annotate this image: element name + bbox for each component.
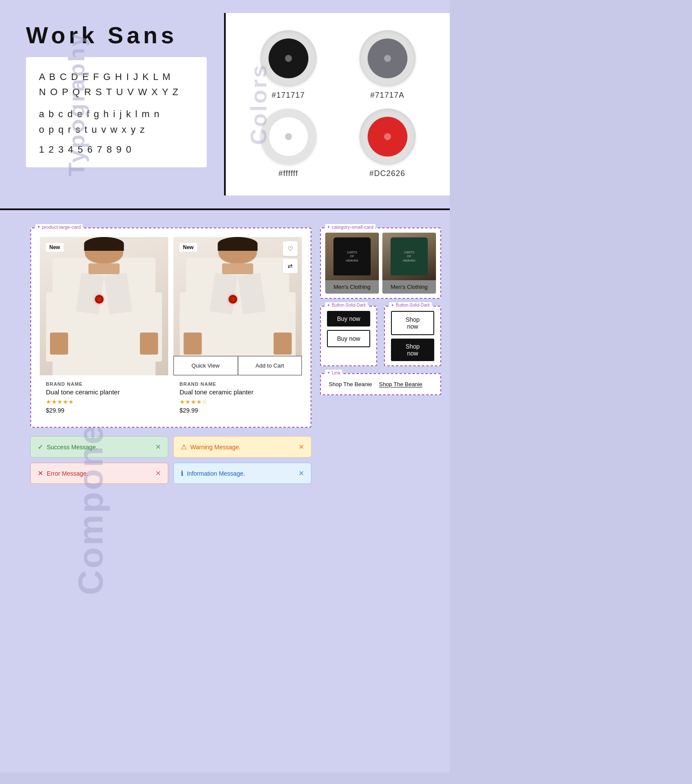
wishlist-button[interactable]: ♡ xyxy=(283,241,298,256)
product-card-tag: product-large-card xyxy=(35,224,83,230)
color-dot-black xyxy=(285,55,292,62)
card-info-2: BRAND NAME Dual tone ceramic planter ★★★… xyxy=(173,375,302,418)
alert-warning: ⚠ Warning Message. ✕ xyxy=(173,436,311,458)
price-1: $29.99 xyxy=(46,407,162,414)
alert-info-close[interactable]: ✕ xyxy=(298,469,304,477)
alert-info-left: ℹ Information Message. xyxy=(181,469,245,477)
error-icon: ✕ xyxy=(38,469,43,477)
category-card-tag: category-small-card xyxy=(325,224,375,230)
button-tag-1: Button-Solid-Dark xyxy=(325,302,368,308)
category-card-1[interactable]: CARTSOFHEAVEN Men's Clothing xyxy=(325,233,379,294)
product-large-card-wrapper: product-large-card xyxy=(30,227,311,428)
product-name-2: Dual tone ceramic planter xyxy=(179,388,296,396)
card-info-1: BRAND NAME Dual tone ceramic planter ★★★… xyxy=(40,375,168,418)
product-card-2: New ♡ ⇄ Quick View Add to Cart xyxy=(173,237,302,418)
stars-2: ★★★★☆ xyxy=(179,398,296,405)
color-swatch-red xyxy=(368,117,407,157)
product-cards-row: New BRAND NAME Dual tone ceramic planter… xyxy=(35,233,306,422)
category-label-2: Men's Clothing xyxy=(382,280,436,294)
product-card-1: New BRAND NAME Dual tone ceramic planter… xyxy=(40,237,168,418)
color-label-red: #DC2626 xyxy=(369,169,405,178)
success-icon: ✓ xyxy=(38,443,43,451)
new-badge-2: New xyxy=(179,243,197,252)
category-image-1: CARTSOFHEAVEN xyxy=(325,233,379,280)
color-label-black: #171717 xyxy=(272,91,305,100)
info-icon: ℹ xyxy=(181,469,183,477)
buttons-section: Button-Solid-Dark Buy now Buy now Button… xyxy=(320,306,441,366)
alert-warning-left: ⚠ Warning Message. xyxy=(181,443,240,451)
product-name-1: Dual tone ceramic planter xyxy=(46,388,162,396)
color-item-red: #DC2626 xyxy=(342,109,432,178)
link-tag: Link xyxy=(325,370,342,376)
button-group-2: Button-Solid-Dark Shop now Shop now xyxy=(384,306,441,366)
color-dot-white xyxy=(285,133,292,140)
category-card-wrapper: category-small-card CARTSOFHEAVEN Men's … xyxy=(320,227,441,299)
brand-name-1: BRAND NAME xyxy=(46,381,162,387)
font-demo-box: A B C D E F G H I J K L MN O P Q R S T U… xyxy=(26,57,207,167)
color-circle-gray xyxy=(359,30,416,86)
price-2: $29.99 xyxy=(179,407,296,414)
color-dot-gray xyxy=(384,55,391,62)
colors-panel: Colors #171717 #71717A xyxy=(226,13,450,195)
color-swatch-white xyxy=(269,117,308,157)
compare-button[interactable]: ⇄ xyxy=(283,259,298,273)
color-dot-red xyxy=(384,133,391,140)
alert-error-close[interactable]: ✕ xyxy=(155,469,161,477)
model-background-1 xyxy=(40,237,168,375)
tshirt-1: CARTSOFHEAVEN xyxy=(333,237,371,275)
add-to-cart-button[interactable]: Add to Cart xyxy=(238,356,302,375)
shop-now-button-solid-2[interactable]: Shop now xyxy=(391,339,434,361)
shop-beanie-link-underline[interactable]: Shop The Beanie xyxy=(377,378,424,390)
buy-now-button-outline-1[interactable]: Buy now xyxy=(327,330,370,347)
brand-name-2: BRAND NAME xyxy=(179,381,296,387)
font-name-heading: Work Sans xyxy=(26,22,207,48)
color-label-gray: #71717A xyxy=(370,91,404,100)
typography-panel: Typography Work Sans A B C D E F G H I J… xyxy=(0,13,224,195)
quick-view-button[interactable]: Quick View xyxy=(173,356,238,375)
button-tag-2: Button-Solid-Dark xyxy=(389,302,432,308)
product-card-image-1: New xyxy=(40,237,168,375)
tshirt-2: CARTSOFHEAVEN xyxy=(391,237,428,275)
category-cards-row: CARTSOFHEAVEN Men's Clothing CARTSOFHEAV… xyxy=(325,233,436,294)
new-badge-1: New xyxy=(46,243,64,252)
alert-info: ℹ Information Message. ✕ xyxy=(173,463,311,484)
alert-warning-close[interactable]: ✕ xyxy=(298,443,304,451)
color-swatch-gray xyxy=(368,38,407,78)
font-lowercase: a b c d e f g h i j k l m no p q r s t u… xyxy=(39,106,194,137)
typography-section-label: Typography xyxy=(64,32,90,176)
link-wrapper: Link Shop The Beanie Shop The Beanie xyxy=(320,373,441,395)
card-actions-2: ♡ ⇄ xyxy=(283,241,298,273)
warning-icon: ⚠ xyxy=(181,443,187,451)
color-label-white: #ffffff xyxy=(279,169,298,178)
category-card-2[interactable]: CARTSOFHEAVEN Men's Clothing xyxy=(382,233,436,294)
alert-info-text: Information Message. xyxy=(187,470,245,477)
shop-beanie-link-plain[interactable]: Shop The Beanie xyxy=(327,378,374,390)
alert-success-close[interactable]: ✕ xyxy=(155,443,161,451)
components-section: Component product-large-card xyxy=(0,210,450,772)
category-label-1: Men's Clothing xyxy=(325,280,379,294)
color-item-gray: #71717A xyxy=(342,30,432,100)
buy-now-button-solid-1[interactable]: Buy now xyxy=(327,311,370,326)
product-card-image-2: New ♡ ⇄ Quick View Add to Cart xyxy=(173,237,302,375)
mens-clothing-bg-2: CARTSOFHEAVEN xyxy=(382,233,436,280)
color-swatch-black xyxy=(269,38,308,78)
category-image-2: CARTSOFHEAVEN xyxy=(382,233,436,280)
font-numbers: 1 2 3 4 5 6 7 8 9 0 xyxy=(39,144,194,155)
color-circle-red xyxy=(359,109,416,165)
colors-section-label: Colors xyxy=(246,64,272,145)
link-row: Shop The Beanie Shop The Beanie xyxy=(327,378,434,390)
shop-now-button-outline-2[interactable]: Shop now xyxy=(391,311,434,335)
font-uppercase: A B C D E F G H I J K L MN O P Q R S T U… xyxy=(39,69,194,99)
button-group-1: Button-Solid-Dark Buy now Buy now xyxy=(320,306,377,366)
mens-clothing-bg-1: CARTSOFHEAVEN xyxy=(325,233,379,280)
right-column: category-small-card CARTSOFHEAVEN Men's … xyxy=(320,227,441,484)
stars-1: ★★★★★ xyxy=(46,398,162,405)
alert-warning-text: Warning Message. xyxy=(190,444,240,451)
card-cta-row-2: Quick View Add to Cart xyxy=(173,356,302,375)
